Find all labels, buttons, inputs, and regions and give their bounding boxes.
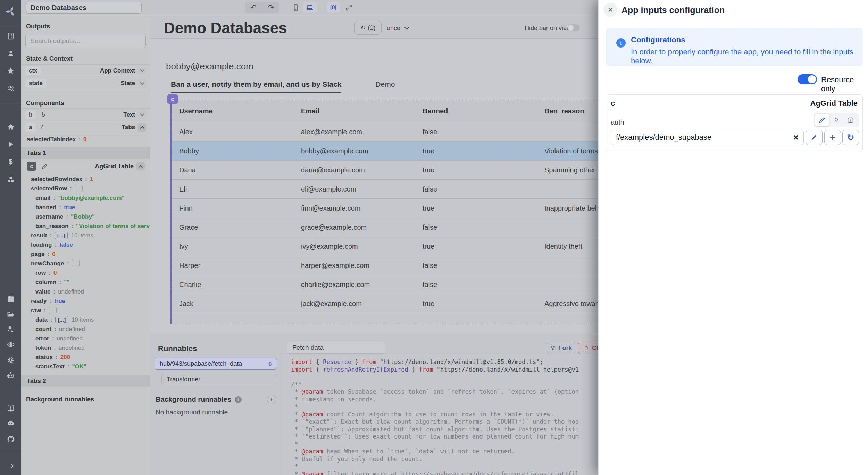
tab-demo[interactable]: Demo xyxy=(375,80,395,93)
book-icon[interactable] xyxy=(6,404,16,413)
refresh-mode-dropdown[interactable]: once xyxy=(387,25,408,32)
column-header[interactable]: Username xyxy=(171,100,293,122)
component-id-badge[interactable]: c xyxy=(167,94,178,104)
add-resource-button[interactable]: + xyxy=(824,130,841,145)
chevron-down-icon[interactable] xyxy=(138,111,146,119)
hide-bar-toggle[interactable] xyxy=(567,24,580,31)
function-icon[interactable]: f xyxy=(843,114,858,126)
collapsed-object-chip[interactable]: - xyxy=(75,185,83,192)
svg-text:f: f xyxy=(850,118,852,122)
close-icon[interactable]: × xyxy=(603,3,617,17)
chevron-down-icon[interactable] xyxy=(138,79,146,87)
tree-row[interactable]: count:undefined xyxy=(21,324,150,334)
auth-resource-input[interactable]: f/examples/demo_supabase × xyxy=(611,130,804,145)
tree-row[interactable]: result:[...]10 items xyxy=(21,231,150,240)
play-icon[interactable] xyxy=(6,139,16,149)
component-row-b[interactable]: bText xyxy=(21,108,150,121)
colon: : xyxy=(78,136,81,143)
tree-row[interactable]: email:"bobby@example.com" xyxy=(21,193,150,203)
tree-row[interactable]: loading:false xyxy=(21,240,150,249)
chevron-down-icon[interactable] xyxy=(138,67,146,75)
add-background-runnable-button[interactable]: + xyxy=(267,395,276,404)
dollar-icon[interactable]: $ xyxy=(6,157,16,167)
tree-row[interactable]: banned:true xyxy=(21,203,150,212)
discord-icon[interactable] xyxy=(6,419,16,429)
fork-button[interactable]: Fork xyxy=(547,342,575,354)
calendar-icon[interactable] xyxy=(6,294,16,304)
refresh-resource-button[interactable]: ↻ xyxy=(842,130,859,145)
search-outputs-input[interactable] xyxy=(25,34,146,48)
output-type-label: Text xyxy=(123,111,135,118)
github-icon[interactable] xyxy=(6,434,16,444)
edit-resource-button[interactable] xyxy=(806,130,823,145)
undo-icon[interactable]: ↶ xyxy=(245,2,262,13)
redo-icon[interactable]: ↷ xyxy=(262,2,279,13)
tree-row[interactable]: selectedRow:- xyxy=(21,184,150,193)
folder-icon[interactable] xyxy=(6,309,16,319)
colon: : xyxy=(49,298,51,305)
star-icon[interactable] xyxy=(6,66,16,76)
cubes-icon[interactable] xyxy=(6,175,16,184)
fullscreen-icon[interactable] xyxy=(344,2,354,13)
tree-row[interactable]: row:0 xyxy=(21,268,150,278)
person-icon[interactable] xyxy=(6,49,16,58)
component-row-a[interactable]: aTabs xyxy=(21,121,150,134)
output-row-state[interactable]: stateState xyxy=(21,77,150,90)
tree-row[interactable]: statusText:"OK" xyxy=(21,362,150,371)
eye-icon[interactable] xyxy=(6,340,16,349)
auth-field-label: auth xyxy=(611,118,624,126)
desktop-preview-icon[interactable] xyxy=(303,2,317,13)
tree-row[interactable]: error:undefined xyxy=(21,334,150,343)
tree-row[interactable]: ban_reason:"Violation of terms of servic… xyxy=(21,221,150,231)
tree-row[interactable]: data:[...]10 items xyxy=(21,315,150,324)
runnable-item-transformer[interactable]: Transformer xyxy=(161,374,277,384)
robot-icon[interactable] xyxy=(6,371,16,380)
output-type-label: Tabs xyxy=(122,124,135,131)
app-name-input[interactable] xyxy=(26,2,142,14)
chevron-up-icon[interactable] xyxy=(136,162,145,170)
tree-row[interactable]: value:undefined xyxy=(21,287,150,296)
building-icon[interactable] xyxy=(6,31,16,41)
tree-key: statusText xyxy=(35,363,65,370)
tree-key: selectedRowIndex xyxy=(31,176,82,183)
tree-row[interactable]: newChange:- xyxy=(21,259,150,268)
grid-component-row[interactable]: c AgGrid Table xyxy=(21,160,150,173)
runnable-path: hub/943/supabase/fetch_data xyxy=(160,360,242,367)
collapsed-array-chip[interactable]: [...] xyxy=(55,316,69,323)
clear-x-icon[interactable]: × xyxy=(793,133,799,142)
tabs2-section-header[interactable]: Tabs 2 xyxy=(21,375,150,387)
tab-ban-user[interactable]: Ban a user, notify them by email, and us… xyxy=(171,80,341,93)
static-edit-icon[interactable] xyxy=(815,114,829,126)
table-cell: true xyxy=(414,142,536,160)
output-row-ctx[interactable]: ctxApp Context xyxy=(21,64,150,77)
refresh-button[interactable]: ↻ (1) xyxy=(354,21,382,35)
tree-row[interactable]: column:"" xyxy=(21,278,150,287)
column-header[interactable]: Banned xyxy=(414,100,536,122)
tree-row[interactable]: raw:- xyxy=(21,306,150,315)
runnable-item-selected[interactable]: hub/943/supabase/fetch_data c xyxy=(155,358,277,370)
home-icon[interactable] xyxy=(6,122,16,132)
center-align-icon[interactable]: |0| xyxy=(327,2,340,13)
collapsed-object-chip[interactable]: - xyxy=(72,260,80,267)
chevron-up-icon[interactable] xyxy=(138,123,146,132)
tree-row[interactable]: status:200 xyxy=(21,353,150,362)
arrow-right-icon[interactable] xyxy=(6,461,16,471)
gear-icon[interactable] xyxy=(6,355,16,365)
mobile-preview-icon[interactable] xyxy=(291,2,300,13)
tree-row[interactable]: page:0 xyxy=(21,249,150,259)
users-icon[interactable] xyxy=(6,84,16,93)
script-tab-fetch-data[interactable]: Fetch data xyxy=(287,342,385,354)
tree-row[interactable]: token:undefined xyxy=(21,343,150,353)
tabs1-section-header[interactable]: Tabs 1 xyxy=(21,147,150,159)
resource-only-toggle[interactable] xyxy=(798,74,817,84)
edit-pencil-icon[interactable] xyxy=(41,163,48,170)
connect-plug-icon[interactable] xyxy=(829,114,843,126)
tree-row[interactable]: ready:true xyxy=(21,296,150,306)
user-gear-icon[interactable] xyxy=(6,324,16,334)
collapsed-array-chip[interactable]: [...] xyxy=(55,232,68,239)
column-header[interactable]: Email xyxy=(293,100,414,122)
tree-row[interactable]: username:"Bobby" xyxy=(21,212,150,221)
collapsed-object-chip[interactable]: - xyxy=(49,307,57,314)
tree-row[interactable]: selectedRowIndex:1 xyxy=(21,175,150,184)
table-cell: true xyxy=(414,294,536,313)
